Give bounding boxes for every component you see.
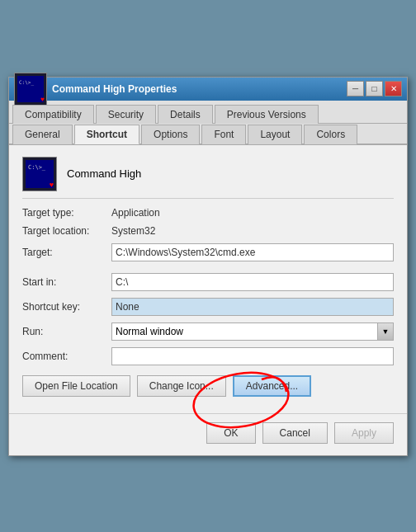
target-row: Target:: [22, 243, 394, 261]
tab-shortcut[interactable]: Shortcut: [74, 125, 139, 144]
tab-details[interactable]: Details: [158, 105, 213, 124]
maximize-button[interactable]: □: [366, 81, 383, 97]
ok-button[interactable]: OK: [206, 422, 255, 444]
tabs-row1: Compatibility Security Details Previous …: [9, 101, 407, 124]
app-header: C:\>_ ♥ Command High: [22, 157, 394, 199]
shortcut-key-input[interactable]: [111, 298, 394, 316]
tab-colors[interactable]: Colors: [304, 125, 357, 144]
advanced-button[interactable]: Advanced...: [233, 375, 311, 397]
window-icon: C:\>_ ♥: [14, 73, 47, 106]
window-title: Command High Properties: [52, 83, 177, 95]
start-in-label: Start in:: [22, 276, 111, 288]
footer: OK Cancel Apply: [9, 413, 407, 455]
tabs-row2: General Shortcut Options Font Layout Col…: [9, 124, 407, 145]
target-type-label: Target type:: [22, 207, 111, 219]
title-bar: C:\>_ ♥ Command High Properties ─ □ ✕: [9, 78, 407, 101]
shortcut-key-row: Shortcut key:: [22, 298, 394, 316]
tab-general[interactable]: General: [12, 125, 73, 144]
target-type-row: Target type: Application: [22, 207, 394, 219]
minimize-button[interactable]: ─: [347, 81, 364, 97]
target-location-row: Target location: System32: [22, 225, 394, 237]
title-bar-left: C:\>_ ♥ Command High Properties: [14, 73, 177, 106]
shortcut-key-label: Shortcut key:: [22, 301, 111, 313]
tab-font[interactable]: Font: [201, 125, 246, 144]
tab-security[interactable]: Security: [96, 105, 156, 124]
tab-options[interactable]: Options: [141, 125, 200, 144]
target-input[interactable]: [111, 243, 394, 261]
run-label: Run:: [22, 326, 111, 337]
target-location-value: System32: [111, 225, 155, 237]
start-in-row: Start in:: [22, 273, 394, 291]
properties-window: C:\>_ ♥ Command High Properties ─ □ ✕ Co…: [8, 77, 408, 456]
action-buttons-row: Open File Location Change Icon... Advanc…: [22, 375, 394, 397]
change-icon-button[interactable]: Change Icon...: [137, 375, 226, 397]
start-in-input[interactable]: [111, 273, 394, 291]
comment-input[interactable]: [111, 347, 394, 365]
open-file-location-button[interactable]: Open File Location: [22, 375, 130, 397]
run-select[interactable]: Normal window Minimized Maximized: [111, 322, 394, 341]
app-icon: C:\>_ ♥: [22, 157, 57, 191]
target-type-value: Application: [111, 207, 160, 219]
target-label: Target:: [22, 247, 111, 258]
title-controls: ─ □ ✕: [347, 81, 402, 97]
close-button[interactable]: ✕: [385, 81, 402, 97]
run-select-wrapper: Normal window Minimized Maximized ▼: [111, 322, 394, 341]
app-name: Command High: [67, 167, 141, 180]
tab-content: C:\>_ ♥ Command High Target type: Applic…: [9, 145, 407, 413]
tab-previous-versions[interactable]: Previous Versions: [215, 105, 319, 124]
tab-layout[interactable]: Layout: [248, 125, 302, 144]
action-buttons-area: Open File Location Change Icon... Advanc…: [22, 375, 394, 397]
tab-compatibility[interactable]: Compatibility: [12, 105, 94, 124]
apply-button[interactable]: Apply: [334, 422, 394, 444]
comment-row: Comment:: [22, 347, 394, 365]
comment-label: Comment:: [22, 351, 111, 362]
cancel-button[interactable]: Cancel: [262, 422, 328, 444]
target-location-label: Target location:: [22, 225, 111, 237]
run-row: Run: Normal window Minimized Maximized ▼: [22, 322, 394, 341]
